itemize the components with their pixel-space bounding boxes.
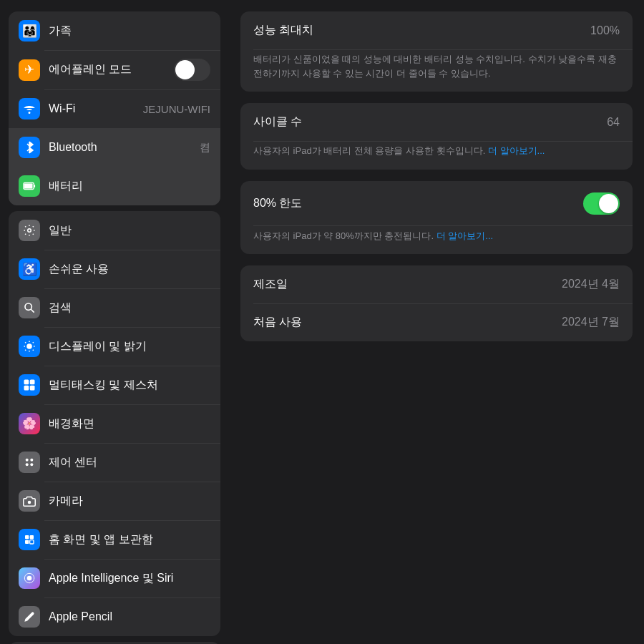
sidebar: 👨‍👩‍👧 가족 ✈ 에어플레인 모드 Wi-Fi JEJUNU-WIFI [0,0,229,644]
sidebar-item-label: Bluetooth [49,141,191,154]
pencil-icon [19,606,40,628]
cycles-description: 사용자의 iPad가 배터리 전체 용량을 사용한 횟수입니다. 더 알아보기.… [240,141,633,170]
performance-value: 100% [590,24,620,37]
sidebar-item-label: Apple Intelligence 및 Siri [49,571,210,586]
gear-icon [19,220,40,241]
search-icon [19,297,40,318]
sidebar-item-bluetooth[interactable]: Bluetooth 켬 [9,128,220,167]
sidebar-item-display[interactable]: 디스플레이 및 밝기 [9,327,220,366]
limit-card: 80% 한도 사용자의 iPad가 약 80%까지만 충전됩니다. 더 알아보기… [240,181,633,255]
sidebar-item-label: 배터리 [49,179,210,194]
svg-point-16 [26,463,29,466]
camera-icon [19,490,40,512]
svg-point-18 [28,500,31,504]
sidebar-item-label: 일반 [49,223,210,238]
sidebar-item-multitasking[interactable]: 멀티태스킹 및 제스처 [9,366,220,404]
svg-rect-10 [24,380,29,385]
dates-card: 제조일 2024년 4월 처음 사용 2024년 7월 [240,265,633,341]
sidebar-item-label: 가족 [49,24,210,39]
accessibility-icon: ♿ [19,258,40,280]
sidebar-item-label: 제어 센터 [49,455,210,470]
limit-description: 사용자의 iPad가 약 80%까지만 충전됩니다. 더 알아보기... [240,226,633,255]
multitasking-icon [19,374,40,396]
performance-row: 성능 최대치 100% [240,11,633,49]
sidebar-item-label: 카메라 [49,494,210,509]
cycles-title: 사이클 수 [253,114,302,130]
sidebar-item-controlcenter[interactable]: 제어 센터 [9,443,220,482]
firstuse-title: 처음 사용 [253,315,302,330]
svg-line-8 [31,309,34,313]
sidebar-item-accessibility[interactable]: ♿ 손쉬운 사용 [9,250,220,288]
svg-rect-11 [30,380,35,385]
airplane-toggle[interactable] [174,59,210,81]
svg-point-7 [25,303,31,310]
cycles-value: 64 [607,116,620,129]
cycles-desc-text: 사용자의 iPad가 배터리 전체 용량을 사용한 횟수입니다. [253,145,485,156]
sidebar-item-label: Apple Pencil [49,610,210,623]
manufacture-title: 제조일 [253,277,288,292]
limit-link-text: 더 알아보기... [436,230,493,241]
controlcenter-icon [19,452,40,473]
svg-rect-4 [24,183,33,188]
limit-toggle[interactable] [583,192,620,215]
sidebar-item-label: 배경화면 [49,416,210,431]
sidebar-item-label: 멀티태스킹 및 제스처 [49,378,210,393]
svg-point-23 [27,576,32,581]
svg-point-6 [28,229,31,233]
limit-title: 80% 한도 [253,196,302,211]
sidebar-item-wallpaper[interactable]: 🌸 배경화면 [9,404,220,443]
limit-desc-text: 사용자의 iPad가 약 80%까지만 충전됩니다. [253,230,434,241]
sidebar-item-siri[interactable]: Apple Intelligence 및 Siri [9,559,220,597]
limit-learn-more-link[interactable]: 더 알아보기... [436,230,493,241]
svg-point-9 [26,343,32,349]
sidebar-item-label: 손쉬운 사용 [49,262,210,277]
sidebar-item-wifi[interactable]: Wi-Fi JEJUNU-WIFI [9,89,220,128]
cycles-card: 사이클 수 64 사용자의 iPad가 배터리 전체 용량을 사용한 횟수입니다… [240,103,633,170]
manufacture-row: 제조일 2024년 4월 [240,265,633,303]
sidebar-item-homescreen[interactable]: 홈 화면 및 앱 보관함 [9,520,220,559]
svg-rect-13 [30,386,35,391]
battery-icon [19,175,40,197]
performance-description: 배터리가 신품이었을 때의 성능에 대비한 배터리 성능 수치입니다. 수치가 … [240,49,633,92]
toggle-knob [599,194,618,213]
cycles-learn-more-link[interactable]: 더 알아보기... [488,145,545,156]
performance-card: 성능 최대치 100% 배터리가 신품이었을 때의 성능에 대비한 배터리 성능… [240,11,633,92]
bluetooth-value: 켬 [200,141,210,155]
svg-point-15 [30,459,33,462]
homescreen-icon [19,529,40,550]
performance-desc-text: 배터리가 신품이었을 때의 성능에 대비한 배터리 성능 수치입니다. 수치가 … [253,54,617,79]
wallpaper-icon: 🌸 [19,413,40,434]
sidebar-item-label: 검색 [49,301,210,316]
svg-point-14 [26,459,29,462]
svg-rect-19 [25,535,29,539]
sidebar-item-label: 에어플레인 모드 [49,62,165,77]
sidebar-item-general[interactable]: 일반 [9,211,220,250]
sidebar-group-connectivity: 👨‍👩‍👧 가족 ✈ 에어플레인 모드 Wi-Fi JEJUNU-WIFI [9,11,220,205]
svg-rect-22 [30,540,34,544]
limit-row: 80% 한도 [240,181,633,226]
performance-title: 성능 최대치 [253,23,313,38]
svg-rect-5 [34,185,35,187]
sidebar-item-label: 디스플레이 및 밝기 [49,339,210,354]
wifi-value: JEJUNU-WIFI [143,103,210,115]
firstuse-value: 2024년 7월 [562,315,620,330]
family-icon: 👨‍👩‍👧 [19,20,40,42]
svg-rect-20 [30,535,34,539]
airplane-icon: ✈ [19,59,40,81]
wifi-icon [19,98,40,119]
sidebar-item-airplane[interactable]: ✈ 에어플레인 모드 [9,50,220,89]
bluetooth-icon [19,137,40,158]
manufacture-value: 2024년 4월 [562,277,620,292]
sidebar-item-pencil[interactable]: Apple Pencil [9,597,220,636]
sidebar-item-family[interactable]: 👨‍👩‍👧 가족 [9,11,220,50]
sidebar-item-camera[interactable]: 카메라 [9,482,220,520]
sidebar-item-label: Wi-Fi [49,102,135,115]
cycles-row: 사이클 수 64 [240,103,633,141]
siri-icon [19,567,40,589]
svg-point-17 [30,463,33,466]
svg-rect-12 [24,386,29,391]
svg-rect-21 [25,540,29,544]
main-content: 성능 최대치 100% 배터리가 신품이었을 때의 성능에 대비한 배터리 성능… [229,0,644,644]
sidebar-item-battery[interactable]: 배터리 [9,167,220,205]
sidebar-item-search[interactable]: 검색 [9,288,220,327]
